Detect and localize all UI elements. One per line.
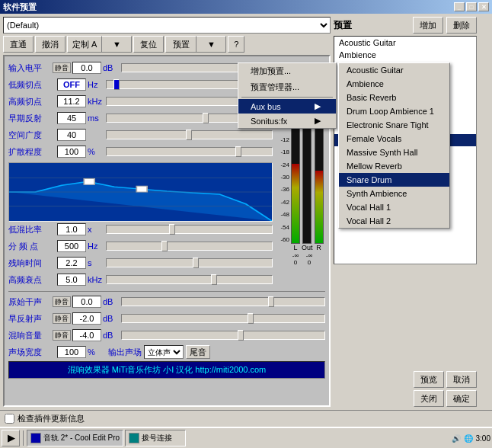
low-mix-slider[interactable] <box>106 225 273 234</box>
l-meter-col: L <box>291 110 300 251</box>
bottom-btns2: 关闭 确定 <box>334 390 477 407</box>
dry-mute-btn[interactable]: 静音 <box>53 296 71 307</box>
minimize-btn[interactable]: _ <box>454 2 465 11</box>
mix-vol-value: -4.0 <box>72 329 101 341</box>
menu-sep1 <box>241 97 333 98</box>
sub-menu-item[interactable]: Massive Synth Hall <box>339 146 449 159</box>
split-point-slider[interactable] <box>106 242 273 251</box>
sub-menu-item[interactable]: Vocal Hall 2 <box>339 214 449 228</box>
mix-vol-mute-btn[interactable]: 静音 <box>53 330 71 341</box>
width-row: 声场宽度 100 % 输出声场 立体声 尾音 <box>8 344 325 360</box>
dry-slider[interactable] <box>121 297 325 306</box>
sub-menu-item[interactable]: Electronic Snare Tight <box>339 118 449 132</box>
early-ref2-mute-btn[interactable]: 静音 <box>53 313 71 324</box>
meter-area: -∞ -6 -12 -18 -24 -30 -36 -42 -48 -54 -6 <box>276 110 324 251</box>
dry-row: 原始干声 静音 0.0 dB <box>8 294 325 309</box>
list-item[interactable]: Ambience <box>334 49 476 61</box>
add-preset-item[interactable]: 增加预置... <box>238 63 336 79</box>
cancel-btn[interactable]: 撤消 <box>35 36 65 53</box>
r-meter-bar <box>315 110 324 244</box>
l-meter-fill <box>292 164 299 243</box>
diffusion-slider[interactable] <box>106 147 273 156</box>
delete-btn[interactable]: 删除 <box>446 17 477 34</box>
eq-curve <box>9 163 272 221</box>
r-meter-label: R <box>316 244 321 251</box>
update-checkbox[interactable] <box>5 414 14 424</box>
window-title: 软件预置 <box>3 2 37 13</box>
customize-combo: 定制 A ▼ <box>67 36 132 53</box>
close-btn[interactable]: ✕ <box>478 2 489 11</box>
panel-title: 预置 <box>334 19 410 32</box>
right-cancel-btn[interactable]: 取消 <box>446 371 477 388</box>
high-decay-slider[interactable] <box>106 275 273 284</box>
input-value: 0.0 <box>72 62 101 74</box>
dial-label: 拨号连接 <box>142 433 172 443</box>
sub-menu-item[interactable]: Drum Loop Ambience 1 <box>339 104 449 118</box>
taskbar-dial[interactable]: 拨号连接 <box>125 430 186 446</box>
right-header: 预置 增加 删除 <box>334 17 477 34</box>
output-label: 输出声场 <box>108 347 142 358</box>
sub-menu-item[interactable]: Mellow Reverb <box>339 159 449 173</box>
sub-menu-item[interactable]: Female Vocals <box>339 132 449 146</box>
dry-value: 0.0 <box>72 296 101 308</box>
tray-icon1: 🔊 <box>452 434 461 443</box>
aux-bus-item[interactable]: Aux bus ▶ <box>238 99 336 114</box>
direct-btn[interactable]: 直通 <box>3 36 34 53</box>
sub-menu-item[interactable]: Ambience <box>339 77 449 91</box>
eq-display <box>8 162 273 222</box>
sub-menu-item[interactable]: Vocal Hall 1 <box>339 200 449 214</box>
meters-section: -∞ -6 -12 -18 -24 -30 -36 -42 -48 -54 -6 <box>276 110 325 289</box>
maximize-btn[interactable]: □ <box>466 2 477 11</box>
popup-menu[interactable]: 增加预置... 预置管理器... Aux bus ▶ Sonitus:fx ▶ <box>238 62 337 129</box>
sub-menu-item[interactable]: Basic Reverb <box>339 91 449 104</box>
tail-time-slider[interactable] <box>106 258 273 267</box>
customize-arrow[interactable]: ▼ <box>101 36 132 53</box>
manager-item[interactable]: 预置管理器... <box>238 79 336 95</box>
help-btn[interactable]: ? <box>228 36 244 53</box>
title-bar: 软件预置 _ □ ✕ <box>0 0 492 14</box>
output-select[interactable]: 立体声 <box>144 345 184 359</box>
close-btn[interactable]: 关闭 <box>414 390 444 407</box>
high-cut-value: 11.2 <box>57 95 86 107</box>
add-btn[interactable]: 增加 <box>413 17 443 34</box>
room-size-row: 空间广度 40 <box>8 127 273 142</box>
main-section: 早期反射 45 ms 空间广度 40 <box>8 110 325 289</box>
sub-menu-item[interactable]: Synth Ambience <box>339 187 449 200</box>
start-btn[interactable]: ▶ <box>2 430 20 446</box>
room-size-value: 40 <box>57 129 86 141</box>
taskbar-cooledit[interactable]: 音轨 2* - Cool Edit Pro <box>27 430 123 446</box>
customize-btn[interactable]: 定制 A <box>67 36 101 53</box>
sonitus-item[interactable]: Sonitus:fx ▶ <box>238 114 336 128</box>
preview-btn[interactable]: 预览 <box>414 371 444 388</box>
preset-select[interactable]: (Default) <box>3 17 331 34</box>
mix-vol-row: 混响音量 静音 -4.0 dB <box>8 328 325 343</box>
out-meter-label: Out <box>302 244 313 251</box>
mix-vol-slider[interactable] <box>121 331 325 340</box>
r-meter-fill <box>315 171 323 243</box>
preset-btn[interactable]: 预置 <box>165 36 196 53</box>
preset-arrow[interactable]: ▼ <box>196 36 226 53</box>
inf-labels: -∞ -∞ <box>291 252 314 259</box>
window-controls: _ □ ✕ <box>454 2 489 11</box>
high-decay-value: 5.0 <box>57 274 86 286</box>
ok-btn[interactable]: 确定 <box>446 390 477 407</box>
sub-menu-item[interactable]: Snare Drum <box>339 173 449 187</box>
cooledit-icon <box>30 433 41 443</box>
sub-menu[interactable]: Acoustic GuitarAmbienceBasic ReverbDrum … <box>338 62 450 229</box>
input-mute-btn[interactable]: 静音 <box>53 62 71 73</box>
params-left: 早期反射 45 ms 空间广度 40 <box>8 110 273 289</box>
preset-row: (Default) <box>3 17 331 34</box>
dial-icon <box>129 433 139 443</box>
taskbar: ▶ 音轨 2* - Cool Edit Pro 拨号连接 🔊 🌐 3:00 <box>0 427 492 448</box>
reset-btn[interactable]: 复位 <box>133 36 164 53</box>
l-meter-label: L <box>293 244 297 251</box>
list-item[interactable]: Acoustic Guitar <box>334 37 476 49</box>
width-value: 100 <box>57 346 86 358</box>
early-ref2-slider[interactable] <box>121 314 325 323</box>
split-point-value: 500 <box>57 240 86 252</box>
time: 3:00 <box>476 434 490 443</box>
sub-menu-item[interactable]: Acoustic Guitar <box>339 63 449 77</box>
split-point-row: 分 频 点 500 Hz <box>8 238 273 254</box>
tail-btn[interactable]: 尾音 <box>186 345 210 359</box>
room-size-slider[interactable] <box>106 130 273 139</box>
